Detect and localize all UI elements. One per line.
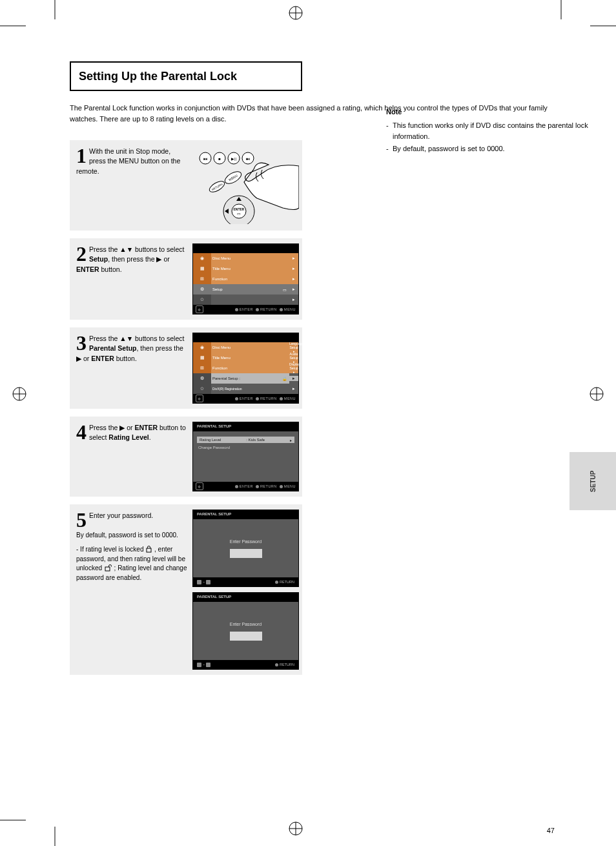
password-prompt: Enter Password <box>230 622 262 626</box>
step-3: 3 Press the ▲▼ buttons to select Parenta… <box>70 327 302 409</box>
row-rating-level: Rating Level: Kids Safe▸ <box>197 437 294 443</box>
svg-text:ENTER: ENTER <box>234 207 245 211</box>
menu-row: ▦Title Menu▸ <box>193 263 298 274</box>
note-heading: Note <box>386 107 616 118</box>
numeric-hint: ~ <box>197 580 210 584</box>
step-number: 2 <box>76 245 87 263</box>
up-down-icon: ▲▼ <box>119 245 133 253</box>
step-number: 4 <box>76 423 87 442</box>
password-field[interactable] <box>230 549 262 558</box>
step-sub: By default, password is set to 0000. <box>76 531 187 541</box>
numeric-hint: ~ <box>197 663 210 667</box>
screen-parental-setup: PARENTAL SETUP Rating Level: Kids Safe▸ … <box>192 422 299 491</box>
screen-enter-password-1: PARENTAL SETUP Enter Password ~ RETURN <box>192 510 299 587</box>
screen-main-menu: ◉Disc Menu▸ ▦Title Menu▸ ⊞Function▸ ⚙Set… <box>192 243 299 315</box>
menu-row: ✿▸ <box>193 294 298 305</box>
svg-rect-38 <box>147 548 151 552</box>
step-4: 4 Press the ▶ or ENTER button to select … <box>70 417 302 497</box>
menu-hint: MENU <box>280 307 296 311</box>
step-extra: - If rating level is locked , enter pass… <box>76 545 187 583</box>
row-change-password: Change Password <box>198 446 230 449</box>
step-number: 1 <box>76 147 87 165</box>
lock-open-icon <box>104 564 112 572</box>
dpad-icon: ✥ <box>196 395 203 402</box>
svg-text:⏭: ⏭ <box>246 157 250 161</box>
section-heading: Setting Up the Parental Lock <box>70 61 302 91</box>
menu-row: ⚙Setup ▭▸ <box>193 284 298 294</box>
step-text: Press the ▶ or ENTER button to select Ra… <box>89 424 186 441</box>
right-icon: ▶ <box>76 355 81 362</box>
dpad-icon: ✥ <box>196 305 203 313</box>
svg-point-33 <box>232 204 246 218</box>
page-content: Setting Up the Parental Lock The Parenta… <box>70 61 560 683</box>
menu-row-selected: ⚙Parental Setup :🔒▸ <box>193 373 298 384</box>
password-prompt: Enter Password <box>230 539 262 544</box>
menu-row: ◉Disc Menu▸ <box>193 253 298 263</box>
svg-text:⏮: ⏮ <box>203 157 207 161</box>
step-5: 5 Enter your password. By default, passw… <box>70 504 302 675</box>
screen-footer: ✥ ENTER RETURN MENU <box>193 305 298 314</box>
step-text: With the unit in Stop mode, press the ME… <box>76 147 180 174</box>
step-text: Press the ▲▼ buttons to select Parental … <box>76 335 184 362</box>
gear-icon: ⚙ <box>193 284 211 294</box>
lock-closed-icon <box>145 546 152 553</box>
menu-row: ⊞Function▸ <box>193 274 298 284</box>
step-text: Enter your password. <box>89 511 153 519</box>
disc-icon: ◉ <box>193 253 211 263</box>
svg-rect-39 <box>105 567 110 571</box>
svg-text:▭: ▭ <box>237 212 241 216</box>
svg-text:▶||: ▶|| <box>231 157 237 161</box>
return-hint: RETURN <box>275 580 294 584</box>
screen-setup-menu: ◉Disc MenuLanguage Setup ▸ ▦Title MenuAu… <box>192 333 299 404</box>
step-1: 1 With the unit in Stop mode, press the … <box>70 140 302 231</box>
enter-hint: ENTER <box>235 307 253 311</box>
svg-text:■: ■ <box>218 157 221 161</box>
step-text: Press the ▲▼ buttons to select Setup, th… <box>76 245 184 273</box>
step-2: 2 Press the ▲▼ buttons to select Setup, … <box>70 238 302 320</box>
side-tab: SETUP <box>570 452 616 510</box>
lock-icon: 🔒 <box>282 377 287 381</box>
page-number: 47 <box>547 827 555 834</box>
up-down-icon: ▲▼ <box>119 335 133 342</box>
return-hint: RETURN <box>256 307 277 311</box>
remote-illustration: ⏮ ■ ▶|| ⏭ MENU RETURN DISC MENU ENTER ▭ <box>192 147 299 224</box>
gear-icon: ✿ <box>193 294 211 305</box>
step-number: 3 <box>76 334 87 353</box>
note-item: By default, password is set to 0000. <box>386 143 616 154</box>
step-number: 5 <box>76 511 87 530</box>
note-section: Note This function works only if DVD dis… <box>386 107 616 156</box>
screen-enter-password-2: PARENTAL SETUP Enter Password ~ RETURN <box>192 592 299 670</box>
function-icon: ⊞ <box>193 274 211 284</box>
password-field[interactable] <box>230 632 262 641</box>
title-icon: ▦ <box>193 263 211 274</box>
return-hint: RETURN <box>275 663 294 666</box>
note-item: This function works only if DVD disc con… <box>386 120 616 142</box>
